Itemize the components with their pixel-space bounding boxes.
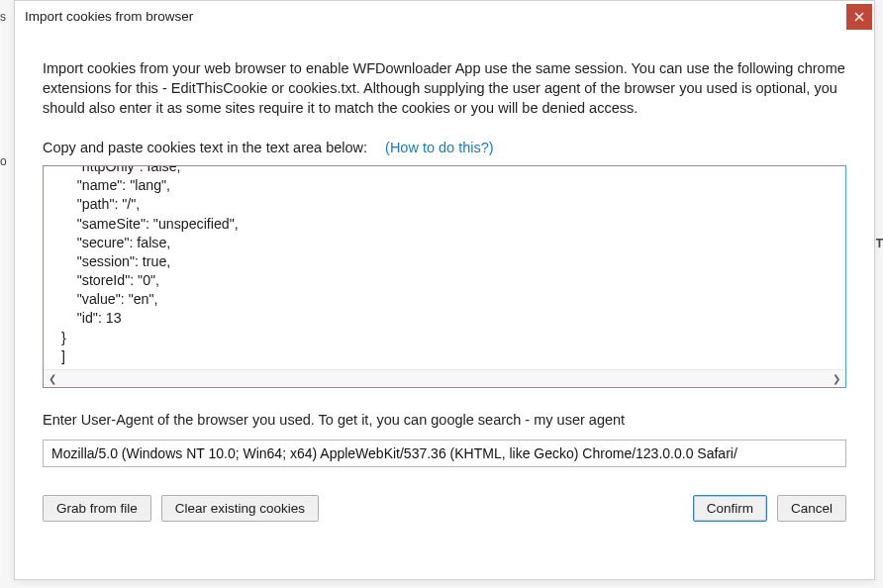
bg-letter: s xyxy=(0,10,6,24)
cookies-label: Copy and paste cookies text in the text … xyxy=(43,140,367,155)
close-icon xyxy=(854,12,864,22)
horizontal-scrollbar[interactable]: ❮ ❯ xyxy=(44,369,845,387)
close-button[interactable] xyxy=(846,4,872,30)
confirm-button[interactable]: Confirm xyxy=(693,495,767,522)
bg-letter: T xyxy=(876,237,883,250)
clear-existing-cookies-button[interactable]: Clear existing cookies xyxy=(161,495,319,522)
dialog-body: Import cookies from your web browser to … xyxy=(15,31,874,539)
button-row: Grab from file Clear existing cookies Co… xyxy=(43,495,846,522)
titlebar: Import cookies from browser xyxy=(15,1,874,31)
user-agent-input[interactable] xyxy=(43,440,846,467)
cookies-textarea-container: "httpOnly": false, "name": "lang", "path… xyxy=(43,165,846,388)
user-agent-label: Enter User-Agent of the browser you used… xyxy=(43,412,846,428)
cancel-button[interactable]: Cancel xyxy=(777,495,846,522)
scroll-left-icon[interactable]: ❮ xyxy=(44,370,61,388)
bg-letter: o xyxy=(0,154,7,168)
intro-text: Import cookies from your web browser to … xyxy=(43,58,846,118)
grab-from-file-button[interactable]: Grab from file xyxy=(43,495,151,522)
how-to-link[interactable]: (How to do this?) xyxy=(385,140,494,155)
dialog-title: Import cookies from browser xyxy=(25,9,193,24)
scroll-right-icon[interactable]: ❯ xyxy=(828,370,845,388)
import-cookies-dialog: Import cookies from browser Import cooki… xyxy=(14,0,875,580)
cookies-textarea[interactable]: "httpOnly": false, "name": "lang", "path… xyxy=(44,166,845,369)
scroll-track[interactable] xyxy=(61,370,828,387)
cookies-label-row: Copy and paste cookies text in the text … xyxy=(43,140,846,155)
